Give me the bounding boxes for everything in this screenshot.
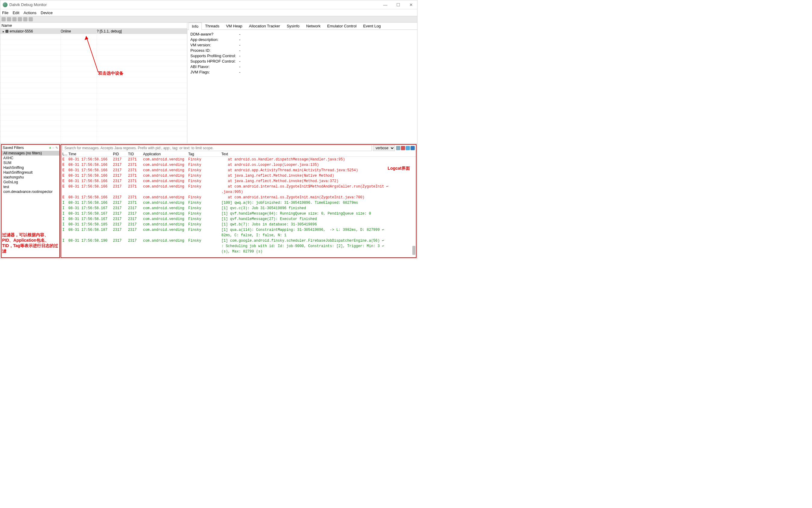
log-row[interactable]: I08-31 17:56:58.16623172371com.android.v… bbox=[61, 200, 416, 206]
log-col-pid[interactable]: PID bbox=[113, 152, 128, 156]
device-icon bbox=[5, 30, 8, 33]
window-title: Dalvik Debug Monitor bbox=[9, 2, 381, 7]
log-row[interactable]: E08-31 17:56:58.16623172371com.android.v… bbox=[61, 162, 416, 168]
log-row[interactable]: E08-31 17:56:58.16623172371com.android.v… bbox=[61, 168, 416, 173]
scrollbar-thumb[interactable] bbox=[412, 246, 415, 255]
info-tab-vm-heap[interactable]: VM Heap bbox=[223, 22, 245, 30]
titlebar: Dalvik Debug Monitor — ☐ ✕ bbox=[0, 0, 417, 9]
toolbar-icon-2[interactable] bbox=[7, 17, 11, 22]
log-col-level[interactable]: L... bbox=[61, 152, 68, 156]
filter-item[interactable]: Go0sLog bbox=[1, 180, 59, 184]
device-status: Online bbox=[61, 29, 97, 33]
info-key: Supports HPROF Control: bbox=[190, 59, 239, 64]
info-key: App description: bbox=[190, 37, 239, 42]
remove-filter-icon[interactable]: − bbox=[52, 146, 54, 150]
info-value: - bbox=[239, 64, 240, 70]
log-row[interactable]: 82ms, C: false, I: false, N: 1 bbox=[61, 232, 416, 238]
info-key: Supports Profiling Control: bbox=[190, 53, 239, 59]
toolbar-icon-1[interactable] bbox=[1, 17, 6, 22]
filter-item[interactable]: com.devadvance.rootinspector bbox=[1, 189, 59, 194]
menu-device[interactable]: Device bbox=[41, 10, 53, 15]
add-filter-icon[interactable]: + bbox=[49, 146, 51, 150]
device-row[interactable]: ▸ emulator-5556 Online ? [5.1.1, debug] bbox=[0, 29, 187, 34]
maximize-button[interactable]: ☐ bbox=[394, 2, 402, 8]
toolbar-icon-6[interactable] bbox=[29, 17, 33, 22]
toolbar-icon-5[interactable] bbox=[23, 17, 28, 22]
log-row[interactable]: I08-31 17:56:58.16723172317com.android.v… bbox=[61, 206, 416, 211]
log-col-text[interactable]: Text bbox=[221, 152, 416, 156]
log-col-tag[interactable]: Tag bbox=[188, 152, 221, 156]
log-row[interactable]: I08-31 17:56:58.19023172317com.android.v… bbox=[61, 238, 416, 244]
expand-icon[interactable]: ▸ bbox=[3, 30, 4, 33]
menu-file[interactable]: File bbox=[2, 10, 8, 15]
info-tab-allocation-tracker[interactable]: Allocation Tracker bbox=[246, 22, 283, 30]
log-row[interactable]: E08-31 17:56:58.16623172371com.android.v… bbox=[61, 157, 416, 162]
device-pane: Name ▸ emulator-5556 Online ? [5.1.1, de… bbox=[0, 23, 187, 143]
filter-item[interactable]: HashSniffing bbox=[1, 165, 59, 170]
menubar: File Edit Actions Device bbox=[0, 9, 417, 16]
log-tool-icon-3[interactable] bbox=[406, 146, 410, 150]
info-value: - bbox=[239, 37, 240, 42]
log-row[interactable]: I08-31 17:56:58.18723172317com.android.v… bbox=[61, 227, 416, 232]
log-tool-icon-1[interactable] bbox=[396, 146, 400, 150]
info-body: DDM-aware?-App description:-VM version:-… bbox=[187, 30, 417, 143]
info-row: VM version:- bbox=[190, 42, 414, 48]
log-row[interactable]: (s), Max: 82799 (s) bbox=[61, 249, 416, 254]
log-col-time[interactable]: Time bbox=[68, 152, 113, 156]
info-value: - bbox=[239, 70, 240, 75]
info-key: Process ID: bbox=[190, 48, 239, 53]
toolbar bbox=[0, 16, 417, 23]
minimize-button[interactable]: — bbox=[381, 2, 389, 8]
info-value: - bbox=[239, 59, 240, 64]
info-tab-sysinfo[interactable]: Sysinfo bbox=[283, 22, 303, 30]
info-row: Supports Profiling Control:- bbox=[190, 53, 414, 59]
log-tool-icon-2[interactable] bbox=[401, 146, 405, 150]
filter-item[interactable]: xiaohongshu bbox=[1, 175, 59, 180]
filter-item[interactable]: All messages (no filters) bbox=[1, 151, 59, 156]
info-tab-event-log[interactable]: Event Log bbox=[360, 22, 384, 30]
log-row[interactable]: I08-31 17:56:58.16723172317com.android.v… bbox=[61, 216, 416, 222]
info-tab-network[interactable]: Network bbox=[303, 22, 324, 30]
edit-filter-icon[interactable]: ✎ bbox=[55, 146, 58, 150]
log-col-tid[interactable]: TID bbox=[128, 152, 143, 156]
saved-filters-pane: Saved Filters + − ✎ All messages (no fil… bbox=[1, 144, 60, 258]
log-tool-icon-4[interactable] bbox=[411, 146, 415, 150]
info-row: DDM-aware?- bbox=[190, 32, 414, 37]
info-row: Supports HPROF Control:- bbox=[190, 59, 414, 64]
toolbar-icon-4[interactable] bbox=[18, 17, 22, 22]
info-tabs: InfoThreadsVM HeapAllocation TrackerSysi… bbox=[187, 23, 417, 30]
info-row: JVM Flags:- bbox=[190, 70, 414, 75]
log-row[interactable]: E08-31 17:56:58.16623172371com.android.v… bbox=[61, 173, 416, 178]
close-button[interactable]: ✕ bbox=[408, 2, 415, 8]
log-row[interactable]: E08-31 17:56:58.16623172371com.android.v… bbox=[61, 178, 416, 184]
filter-item[interactable]: HashSniffingresult bbox=[1, 170, 59, 175]
info-row: ABI Flavor:- bbox=[190, 64, 414, 70]
menu-actions[interactable]: Actions bbox=[24, 10, 36, 15]
info-tab-threads[interactable]: Threads bbox=[202, 22, 223, 30]
device-table-header: Name bbox=[0, 23, 187, 29]
menu-edit[interactable]: Edit bbox=[13, 10, 19, 15]
filter-item[interactable]: AXHC bbox=[1, 156, 59, 160]
device-name: emulator-5556 bbox=[10, 29, 33, 33]
filter-item[interactable]: test bbox=[1, 184, 59, 189]
log-row[interactable]: .java:905) bbox=[61, 189, 416, 195]
log-col-app[interactable]: Application bbox=[143, 152, 188, 156]
log-scrollbar[interactable] bbox=[412, 163, 415, 255]
toolbar-icon-3[interactable] bbox=[12, 17, 16, 22]
info-value: - bbox=[239, 48, 240, 53]
log-row[interactable]: I08-31 17:56:58.18523172317com.android.v… bbox=[61, 222, 416, 227]
log-level-select[interactable]: verbose bbox=[373, 145, 395, 151]
info-tab-info[interactable]: Info bbox=[189, 23, 202, 30]
log-rows: E08-31 17:56:58.16623172371com.android.v… bbox=[61, 157, 416, 254]
app-icon bbox=[3, 2, 7, 7]
log-row[interactable]: I08-31 17:56:58.16723172317com.android.v… bbox=[61, 211, 416, 216]
log-header: L... Time PID TID Application Tag Text bbox=[61, 152, 416, 157]
log-row[interactable]: E08-31 17:56:58.16623172371com.android.v… bbox=[61, 195, 416, 200]
filter-item[interactable]: SUM bbox=[1, 160, 59, 165]
log-row[interactable]: : Scheduling job with id: Id: job-9000, … bbox=[61, 244, 416, 249]
log-search-input[interactable] bbox=[62, 145, 372, 151]
info-key: VM version: bbox=[190, 42, 239, 48]
info-key: ABI Flavor: bbox=[190, 64, 239, 70]
log-row[interactable]: E08-31 17:56:58.16623172371com.android.v… bbox=[61, 184, 416, 189]
info-tab-emulator-control[interactable]: Emulator Control bbox=[324, 22, 360, 30]
